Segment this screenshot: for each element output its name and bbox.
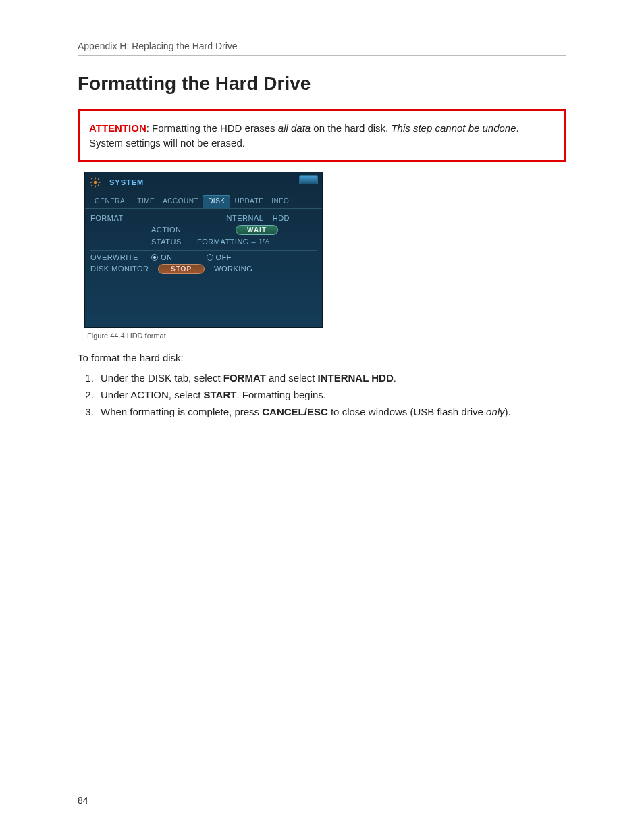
overwrite-on-radio[interactable]: ON: [151, 253, 173, 261]
gear-icon: [89, 176, 101, 188]
svg-rect-1: [95, 177, 96, 179]
on-label: ON: [161, 253, 173, 261]
panel-title: SYSTEM: [109, 178, 144, 186]
page-number: 84: [78, 795, 88, 806]
system-panel: SYSTEM GENERALTIMEACCOUNTDISKUPDATEINFO …: [84, 172, 323, 328]
status-value: FORMATTING – 1%: [197, 238, 317, 246]
action-label: ACTION: [151, 226, 197, 234]
step-1: Under the DISK tab, select FORMAT and se…: [97, 370, 566, 386]
stop-button[interactable]: STOP: [158, 264, 205, 274]
attention-label: ATTENTION: [89, 122, 146, 134]
step-3: When formatting is complete, press CANCE…: [97, 404, 566, 419]
svg-rect-2: [95, 185, 96, 187]
attention-text-1: : Formatting the HDD erases: [146, 122, 278, 134]
close-button[interactable]: [299, 175, 318, 184]
panel-body: FORMAT INTERNAL – HDD ACTION WAIT STATUS…: [85, 209, 322, 280]
s3c: to close windows (USB flash drive: [328, 406, 486, 417]
tab-disk[interactable]: DISK: [203, 195, 230, 208]
breadcrumb: Appendix H: Replacing the Hard Drive: [78, 41, 238, 51]
svg-rect-5: [91, 178, 93, 180]
working-value: WORKING: [214, 265, 252, 273]
steps-list: Under the DISK tab, select FORMAT and se…: [78, 370, 566, 420]
tab-info[interactable]: INFO: [267, 195, 293, 208]
tab-bar: GENERALTIMEACCOUNTDISKUPDATEINFO: [85, 192, 322, 209]
tab-update[interactable]: UPDATE: [230, 195, 267, 208]
tab-account[interactable]: ACCOUNT: [159, 195, 203, 208]
svg-point-0: [94, 180, 97, 184]
off-label: OFF: [216, 253, 232, 261]
radio-off-icon: [207, 254, 213, 261]
s1a: Under the DISK tab, select: [101, 372, 223, 384]
intro-text: To format the hard disk:: [78, 352, 566, 363]
figure: SYSTEM GENERALTIMEACCOUNTDISKUPDATEINFO …: [78, 172, 566, 340]
wait-button[interactable]: WAIT: [236, 225, 278, 235]
format-label[interactable]: FORMAT: [90, 214, 151, 222]
attention-callout: ATTENTION: Formatting the HDD erases all…: [78, 109, 566, 162]
s2c: . Formatting begins.: [236, 389, 326, 400]
attention-text-2: on the hard disk.: [311, 122, 391, 134]
s1c: and select: [266, 372, 318, 384]
figure-caption: Figure 44.4 HDD format: [87, 332, 566, 340]
svg-rect-8: [91, 184, 93, 186]
panel-titlebar: SYSTEM: [85, 172, 322, 192]
step-2: Under ACTION, select START. Formatting b…: [97, 387, 566, 402]
disk-monitor-label: DISK MONITOR: [90, 265, 158, 273]
overwrite-label: OVERWRITE: [90, 253, 151, 261]
radio-on-icon: [151, 254, 158, 261]
s2b: START: [204, 389, 237, 400]
svg-rect-6: [98, 184, 100, 186]
svg-rect-7: [98, 178, 100, 180]
status-label: STATUS: [151, 238, 197, 246]
internal-hdd-value: INTERNAL – HDD: [197, 214, 317, 222]
overwrite-off-radio[interactable]: OFF: [207, 253, 232, 261]
s1d: INTERNAL HDD: [318, 372, 394, 384]
attention-italic-1: all data: [278, 122, 311, 134]
s1b: FORMAT: [223, 372, 266, 384]
s3d: only: [486, 406, 505, 417]
s2a: Under ACTION, select: [101, 389, 204, 400]
s1e: .: [394, 372, 396, 384]
tab-general[interactable]: GENERAL: [90, 195, 133, 208]
s3e: ).: [505, 406, 511, 417]
s3a: When formatting is complete, press: [101, 406, 262, 417]
svg-rect-3: [90, 182, 92, 183]
page-footer: 84: [78, 789, 566, 806]
svg-rect-4: [99, 182, 101, 183]
s3b: CANCEL/ESC: [262, 406, 328, 417]
page-title: Formatting the Hard Drive: [78, 73, 566, 95]
page-header: Appendix H: Replacing the Hard Drive: [78, 41, 566, 56]
tab-time[interactable]: TIME: [133, 195, 159, 208]
attention-italic-2: This step cannot be undone: [391, 122, 516, 134]
